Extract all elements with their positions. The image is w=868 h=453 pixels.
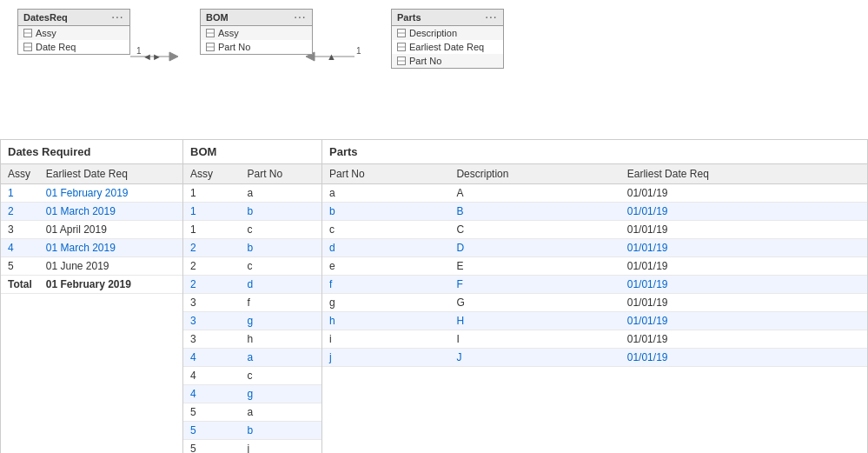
- parts-desc-cell: B: [449, 203, 620, 221]
- parts-col-date: Earliest Date Req: [620, 164, 867, 184]
- parts-part-cell: c: [322, 221, 449, 239]
- bom-field-assy: Assy: [218, 28, 239, 38]
- datesreq-row-datereq: Date Req: [18, 40, 129, 54]
- grid-icon: [206, 29, 215, 37]
- parts-part-cell: d: [322, 239, 449, 257]
- dr-date-cell: 01 March 2019: [39, 239, 182, 257]
- dates-required-table: Assy Earliest Date Req 101 February 2019…: [1, 164, 182, 294]
- bom-col-assy: Assy: [183, 164, 240, 184]
- svg-text:◄►: ◄►: [142, 51, 162, 62]
- bom-menu[interactable]: ···: [295, 13, 307, 23]
- datesreq-field-assy: Assy: [36, 28, 56, 38]
- grid-icon: [397, 43, 406, 51]
- parts-row-earliest: Earliest Date Req: [392, 40, 503, 54]
- parts-date-cell: 01/01/19: [620, 276, 867, 294]
- dr-assy-cell: 2: [1, 203, 39, 221]
- bom-assy-cell: 4: [183, 367, 240, 385]
- datesreq-title: DatesReq: [23, 12, 68, 23]
- parts-date-cell: 01/01/19: [620, 239, 867, 257]
- bom-col-partno: Part No: [240, 164, 321, 184]
- table-row: 201 March 2019: [1, 203, 182, 221]
- bom-row-assy: Assy: [201, 26, 312, 40]
- bom-assy-cell: 4: [183, 385, 240, 403]
- parts-part-cell: f: [322, 276, 449, 294]
- parts-date-cell: 01/01/19: [620, 203, 867, 221]
- datesreq-menu[interactable]: ···: [112, 13, 124, 23]
- dr-col-date: Earliest Date Req: [39, 164, 182, 184]
- table-row: 1b: [183, 203, 321, 221]
- table-row: aA01/01/19: [322, 184, 867, 203]
- parts-table: Part No Description Earliest Date Req aA…: [322, 164, 867, 367]
- parts-field-partno: Part No: [409, 56, 441, 66]
- parts-part-cell: j: [322, 349, 449, 367]
- parts-part-cell: b: [322, 203, 449, 221]
- parts-part-cell: a: [322, 184, 449, 203]
- parts-part-cell: h: [322, 312, 449, 330]
- parts-date-cell: 01/01/19: [620, 257, 867, 276]
- grid-icon: [397, 29, 406, 37]
- parts-header: Parts ···: [392, 10, 503, 26]
- parts-part-cell: e: [322, 257, 449, 276]
- bom-part-cell: h: [240, 330, 321, 349]
- bom-part-cell: a: [240, 349, 321, 367]
- parts-date-cell: 01/01/19: [620, 221, 867, 239]
- bom-assy-cell: 2: [183, 257, 240, 276]
- bom-assy-cell: 5: [183, 403, 240, 422]
- grid-icon: [397, 57, 406, 65]
- bom-diagram-table: BOM ··· Assy Part No: [200, 9, 313, 55]
- grid-icon: [206, 43, 215, 51]
- table-row: 4g: [183, 385, 321, 403]
- bom-assy-cell: 3: [183, 330, 240, 349]
- bom-assy-cell: 1: [183, 203, 240, 221]
- table-row: 4a: [183, 349, 321, 367]
- parts-field-earliest: Earliest Date Req: [409, 42, 484, 52]
- tables-area: Dates Required Assy Earliest Date Req 10…: [0, 139, 868, 453]
- datesreq-header: DatesReq ···: [18, 10, 129, 26]
- table-row: 2d: [183, 276, 321, 294]
- parts-menu[interactable]: ···: [486, 13, 498, 23]
- bom-part-cell: c: [240, 367, 321, 385]
- table-row: jJ01/01/19: [322, 349, 867, 367]
- table-row: 3f: [183, 294, 321, 312]
- parts-panel-title: Parts: [322, 140, 867, 164]
- bom-assy-cell: 1: [183, 184, 240, 203]
- table-row: 1a: [183, 184, 321, 203]
- bom-header: BOM ···: [201, 10, 312, 26]
- dr-col-assy: Assy: [1, 164, 39, 184]
- bom-part-cell: b: [240, 203, 321, 221]
- table-row: 3g: [183, 312, 321, 330]
- bom-part-cell: f: [240, 294, 321, 312]
- table-row: 3h: [183, 330, 321, 349]
- table-row: 5j: [183, 440, 321, 454]
- parts-part-cell: g: [322, 294, 449, 312]
- datesreq-field-datereq: Date Req: [36, 42, 76, 52]
- dr-assy-cell: 3: [1, 221, 39, 239]
- bom-part-cell: c: [240, 257, 321, 276]
- parts-desc-cell: I: [449, 330, 620, 349]
- bom-field-partno: Part No: [218, 42, 250, 52]
- table-row: iI01/01/19: [322, 330, 867, 349]
- svg-marker-2: [169, 52, 178, 61]
- parts-diagram-table: Parts ··· Description Earliest Date Req …: [391, 9, 504, 69]
- bom-assy-cell: 2: [183, 239, 240, 257]
- parts-col-partno: Part No: [322, 164, 449, 184]
- bom-part-cell: d: [240, 276, 321, 294]
- parts-desc-cell: C: [449, 221, 620, 239]
- parts-title: Parts: [397, 12, 421, 23]
- table-row: eE01/01/19: [322, 257, 867, 276]
- bom-panel-title: BOM: [183, 140, 321, 164]
- dr-date-cell: 01 April 2019: [39, 221, 182, 239]
- dr-date-cell: 01 February 2019: [39, 184, 182, 203]
- parts-field-desc: Description: [409, 28, 457, 38]
- bom-assy-cell: 1: [183, 221, 240, 239]
- table-row: dD01/01/19: [322, 239, 867, 257]
- parts-desc-cell: G: [449, 294, 620, 312]
- dr-date-cell: 01 March 2019: [39, 203, 182, 221]
- diagram-area: 1 1 ◄► ▲ DatesReq ··· Assy Date Req BOM …: [0, 0, 868, 139]
- table-row: 101 February 2019: [1, 184, 182, 203]
- dr-total-value: 01 February 2019: [39, 276, 182, 294]
- bom-row-partno: Part No: [201, 40, 312, 54]
- dates-required-panel: Dates Required Assy Earliest Date Req 10…: [1, 140, 183, 453]
- svg-text:▲: ▲: [327, 51, 336, 62]
- datesreq-table: DatesReq ··· Assy Date Req: [17, 9, 130, 55]
